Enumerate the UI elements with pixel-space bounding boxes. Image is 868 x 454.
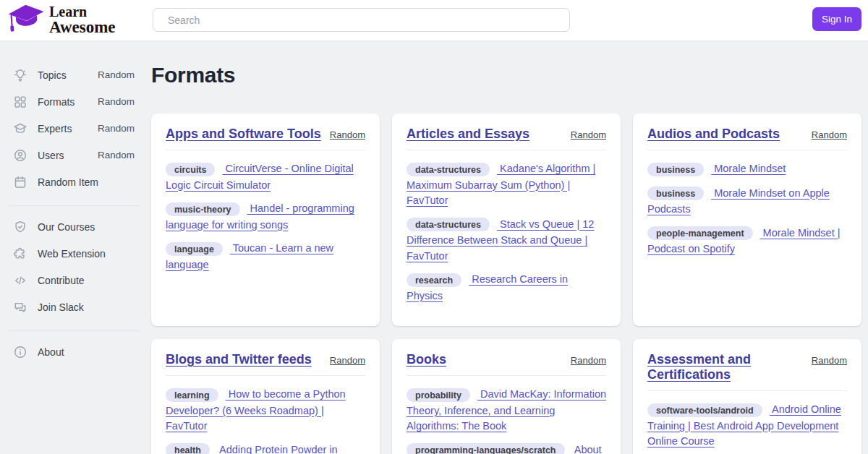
logo-link[interactable]: Learn Awesome — [7, 3, 116, 38]
user-circle-icon — [13, 148, 27, 163]
format-card-title-link[interactable]: Articles and Essays — [407, 127, 529, 142]
topic-tag[interactable]: probability — [407, 388, 470, 402]
topic-tag[interactable]: data-structures — [407, 163, 490, 176]
sidebar-random-link[interactable]: Random — [98, 123, 135, 134]
topic-tag[interactable]: health — [166, 443, 210, 454]
format-entry: probability David MacKay: Information Th… — [407, 387, 606, 434]
page-title: Formats — [151, 62, 861, 88]
logo-line1: Learn — [49, 4, 116, 19]
format-entry: learning How to become a Python Develope… — [166, 387, 365, 434]
format-card-title-link[interactable]: Assessment and Certifications — [647, 352, 806, 382]
graduation-cap-logo-icon — [6, 1, 46, 39]
format-card-articles-and-essays: Articles and Essays Random data-structur… — [392, 113, 621, 326]
format-card-header: Blogs and Twitter feeds Random — [166, 352, 365, 367]
sidebar-separator — [7, 330, 141, 331]
format-card-title-link[interactable]: Apps and Software Tools — [166, 127, 321, 142]
format-entry: data-structures Stack vs Queue | 12 Diff… — [407, 217, 606, 265]
format-entry: business Morale Mindset — [647, 161, 847, 178]
format-card-assessment-and-certifications: Assessment and Certifications Random sof… — [633, 339, 861, 454]
sidebar-item-web-extension[interactable]: Web Extension — [0, 240, 151, 267]
content-area: Topics Random Formats Random Experts Ran… — [0, 41, 868, 454]
sidebar-random-link[interactable]: Random — [98, 69, 135, 80]
divider — [647, 390, 847, 391]
topic-tag[interactable]: music-theory — [166, 202, 240, 216]
calendar-icon — [13, 175, 27, 189]
sidebar-item-users[interactable]: Users Random — [0, 142, 151, 168]
sidebar-item-join-slack[interactable]: Join Slack — [0, 294, 151, 320]
sidebar: Topics Random Formats Random Experts Ran… — [0, 41, 151, 454]
format-card-apps-and-software-tools: Apps and Software Tools Random circuits … — [151, 113, 380, 326]
sidebar-item-random-item[interactable]: Random Item — [0, 168, 151, 195]
topic-tag[interactable]: business — [647, 163, 704, 176]
format-card-random-link[interactable]: Random — [812, 129, 847, 140]
format-card-random-link[interactable]: Random — [330, 355, 365, 366]
format-cards-grid: Apps and Software Tools Random circuits … — [151, 113, 861, 454]
format-card-header: Apps and Software Tools Random — [166, 127, 365, 142]
chat-icon — [13, 300, 27, 314]
topic-tag[interactable]: circuits — [166, 163, 215, 176]
search-input[interactable] — [153, 8, 570, 32]
topic-tag[interactable]: learning — [166, 388, 218, 402]
sign-in-button[interactable]: Sign In — [812, 7, 861, 31]
sidebar-item-label: Random Item — [38, 176, 135, 188]
lightbulb-icon — [13, 68, 27, 82]
format-card-title-link[interactable]: Blogs and Twitter feeds — [166, 352, 312, 367]
format-entry: data-structures Kadane's Algorithm | Max… — [407, 161, 606, 209]
sidebar-item-topics[interactable]: Topics Random — [0, 61, 151, 88]
divider — [407, 375, 606, 376]
format-entry: circuits CircuitVerse - Online Digital L… — [166, 161, 365, 193]
divider — [166, 375, 365, 376]
sidebar-item-experts[interactable]: Experts Random — [0, 115, 151, 142]
divider — [647, 150, 847, 150]
info-circle-icon — [13, 345, 27, 359]
sidebar-item-label: Users — [38, 150, 98, 161]
format-entry: people-management Morale Mindset | Podca… — [647, 226, 847, 257]
format-entry: health Adding Protein Powder in Coffee: … — [166, 442, 365, 454]
format-card-items: business Morale Mindset business Morale … — [647, 161, 847, 257]
format-entry: software-tools/android Android Online Tr… — [647, 402, 847, 450]
format-card-items: data-structures Kadane's Algorithm | Max… — [407, 161, 606, 304]
topic-tag[interactable]: people-management — [647, 226, 753, 240]
code-icon — [13, 273, 27, 288]
sidebar-random-link[interactable]: Random — [98, 150, 135, 160]
topic-tag[interactable]: software-tools/android — [647, 403, 762, 417]
format-card-random-link[interactable]: Random — [571, 129, 606, 140]
header: Learn Awesome Sign In — [0, 0, 868, 41]
format-card-header: Assessment and Certifications Random — [647, 352, 847, 382]
format-card-items: probability David MacKay: Information Th… — [407, 387, 606, 454]
topic-tag[interactable]: programming-languages/scratch — [407, 443, 565, 454]
format-card-header: Articles and Essays Random — [407, 127, 606, 142]
graduation-cap-icon — [13, 121, 27, 136]
format-card-title-link[interactable]: Books — [407, 352, 446, 367]
sidebar-item-about[interactable]: About — [0, 338, 151, 365]
logo-line2: Awesome — [49, 19, 116, 35]
sidebar-item-our-courses[interactable]: Our Courses — [0, 213, 151, 240]
entry-link[interactable]: Morale Mindset — [711, 163, 786, 174]
format-card-title-link[interactable]: Audios and Podcasts — [647, 127, 780, 142]
sidebar-item-label: Web Extension — [38, 248, 135, 260]
format-card-random-link[interactable]: Random — [330, 129, 365, 140]
logo-text: Learn Awesome — [49, 4, 116, 36]
sidebar-item-label: Topics — [38, 69, 98, 81]
sidebar-item-label: About — [38, 346, 135, 358]
format-card-random-link[interactable]: Random — [812, 355, 847, 366]
format-card-books: Books Random probability David MacKay: I… — [392, 339, 621, 454]
divider — [407, 150, 606, 150]
format-card-random-link[interactable]: Random — [571, 355, 606, 366]
format-card-audios-and-podcasts: Audios and Podcasts Random business Mora… — [633, 113, 861, 326]
sidebar-separator — [7, 205, 141, 206]
topic-tag[interactable]: language — [166, 242, 223, 256]
format-entry: music-theory Handel - programming langua… — [166, 201, 365, 233]
format-card-items: software-tools/android Android Online Tr… — [647, 402, 847, 454]
sidebar-item-label: Join Slack — [38, 301, 135, 313]
format-entry: business Morale Mindset on Apple Podcast… — [647, 186, 847, 218]
topic-tag[interactable]: business — [647, 187, 704, 200]
format-card-items: circuits CircuitVerse - Online Digital L… — [166, 161, 365, 273]
sidebar-random-link[interactable]: Random — [98, 96, 135, 107]
sidebar-item-contribute[interactable]: Contribute — [0, 267, 151, 294]
topic-tag[interactable]: data-structures — [407, 218, 490, 231]
topic-tag[interactable]: research — [407, 273, 461, 287]
sidebar-item-formats[interactable]: Formats Random — [0, 88, 151, 115]
format-card-header: Books Random — [407, 352, 606, 367]
format-card-blogs-and-twitter-feeds: Blogs and Twitter feeds Random learning … — [151, 339, 380, 454]
